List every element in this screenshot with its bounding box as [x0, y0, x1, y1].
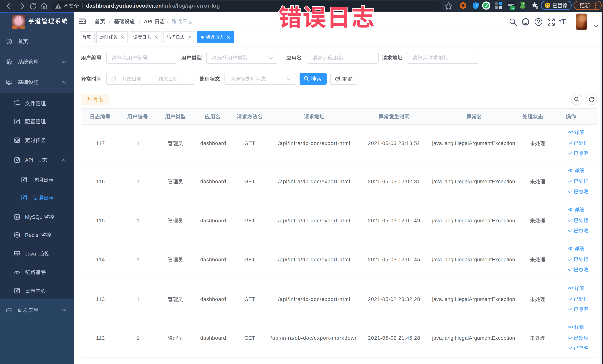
- svg-text:on: on: [511, 7, 514, 10]
